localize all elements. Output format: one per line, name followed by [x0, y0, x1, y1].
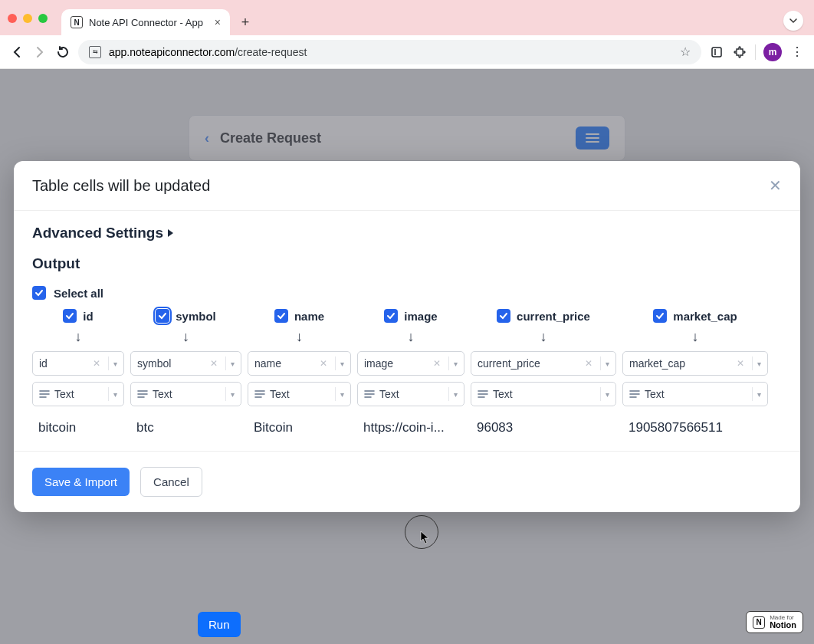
- column-header: market_cap: [653, 309, 737, 323]
- chevron-down-icon: [789, 16, 798, 25]
- field-type-value: Text: [153, 388, 221, 400]
- save-import-button[interactable]: Save & Import: [32, 468, 130, 496]
- reader-icon[interactable]: [709, 44, 724, 60]
- field-type-value: Text: [645, 388, 747, 400]
- chevron-down-icon[interactable]: ▾: [340, 360, 344, 368]
- update-cells-modal: Table cells will be updated ✕ Advanced S…: [14, 161, 800, 512]
- window-close-icon[interactable]: [8, 14, 17, 23]
- field-name-value: name: [254, 357, 317, 370]
- sample-cell: https://coin-i...: [357, 416, 464, 443]
- window-minimize-icon[interactable]: [23, 14, 32, 23]
- field-name-value: id: [39, 357, 90, 370]
- field-name-value: current_price: [478, 357, 582, 370]
- arrow-down-icon: ↓: [692, 329, 699, 345]
- field-type-select[interactable]: Text▾: [130, 382, 241, 406]
- clear-icon[interactable]: ✕: [320, 358, 327, 369]
- field-type-select[interactable]: Text▾: [357, 382, 464, 406]
- tab-title: Note API Connector - App: [89, 17, 208, 28]
- window-zoom-icon[interactable]: [38, 14, 48, 23]
- bookmark-star-icon[interactable]: ☆: [680, 44, 691, 59]
- field-type-select[interactable]: Text▾: [622, 382, 768, 406]
- chevron-down-icon[interactable]: ▾: [757, 390, 761, 399]
- column-checkbox[interactable]: [653, 309, 667, 323]
- modal-body: Advanced Settings Output Select all id↓i…: [14, 211, 800, 451]
- text-type-icon: [478, 389, 488, 399]
- field-name-select[interactable]: symbol✕▾: [130, 351, 241, 376]
- column-checkbox[interactable]: [274, 309, 288, 323]
- column-checkbox[interactable]: [384, 309, 398, 323]
- site-info-icon[interactable]: ⇆: [89, 46, 101, 58]
- browser-tab[interactable]: N Note API Connector - App ×: [61, 9, 230, 35]
- chevron-down-icon[interactable]: ▾: [231, 390, 235, 399]
- column-header: image: [384, 309, 437, 323]
- column-header-label: current_price: [517, 310, 590, 323]
- profile-avatar[interactable]: m: [763, 43, 782, 61]
- reload-button[interactable]: [55, 44, 71, 60]
- field-name-value: market_cap: [629, 357, 734, 370]
- column-checkbox[interactable]: [156, 309, 169, 323]
- column-header-label: name: [294, 310, 324, 323]
- browser-menu-button[interactable]: ⋮: [789, 44, 805, 60]
- chevron-down-icon[interactable]: ▾: [231, 360, 235, 368]
- field-type-value: Text: [270, 388, 330, 400]
- column-header: current_price: [497, 309, 590, 323]
- column-current_price: current_price↓current_price✕▾Text▾: [471, 309, 616, 406]
- clear-icon[interactable]: ✕: [737, 358, 744, 369]
- tabs-overflow-button[interactable]: [783, 11, 803, 31]
- modal-header: Table cells will be updated ✕: [14, 161, 800, 211]
- chevron-down-icon[interactable]: ▾: [454, 360, 458, 368]
- field-name-select[interactable]: image✕▾: [357, 351, 464, 376]
- extensions-icon[interactable]: [732, 44, 747, 60]
- svg-rect-0: [712, 48, 721, 57]
- triangle-right-icon: [168, 229, 173, 237]
- chevron-down-icon[interactable]: ▾: [113, 390, 117, 399]
- chevron-down-icon[interactable]: ▾: [113, 360, 117, 368]
- column-header-label: image: [404, 310, 437, 323]
- chevron-down-icon[interactable]: ▾: [606, 360, 609, 368]
- select-all-row[interactable]: Select all: [32, 286, 782, 300]
- clear-icon[interactable]: ✕: [210, 358, 218, 369]
- text-type-icon: [629, 389, 640, 399]
- run-button[interactable]: Run: [198, 612, 241, 637]
- field-name-select[interactable]: market_cap✕▾: [622, 351, 768, 376]
- column-checkbox[interactable]: [497, 309, 510, 323]
- arrow-down-icon: ↓: [182, 329, 189, 345]
- sample-cell: 1905807566511: [622, 416, 768, 443]
- cancel-button[interactable]: Cancel: [140, 467, 202, 497]
- column-symbol: symbol↓symbol✕▾Text▾: [130, 309, 241, 406]
- address-bar[interactable]: ⇆ app.noteapiconnector.com/create-reques…: [78, 40, 701, 64]
- nav-forward-button[interactable]: [32, 44, 48, 60]
- chevron-down-icon[interactable]: ▾: [454, 390, 458, 399]
- column-header-label: symbol: [176, 310, 216, 323]
- tab-close-icon[interactable]: ×: [215, 16, 221, 28]
- clear-icon[interactable]: ✕: [585, 358, 592, 369]
- column-header-label: id: [83, 310, 93, 323]
- arrow-down-icon: ↓: [408, 329, 415, 345]
- made-for-notion-badge[interactable]: N Made for Notion: [746, 611, 803, 633]
- field-type-select[interactable]: Text▾: [248, 382, 351, 406]
- advanced-settings-toggle[interactable]: Advanced Settings: [32, 225, 782, 242]
- sample-cell: Bitcoin: [248, 416, 351, 443]
- clear-icon[interactable]: ✕: [93, 358, 100, 369]
- nav-back-button[interactable]: [9, 44, 25, 60]
- field-type-value: Text: [493, 388, 596, 400]
- field-name-select[interactable]: id✕▾: [32, 351, 124, 376]
- chevron-down-icon[interactable]: ▾: [340, 390, 344, 399]
- column-header-label: market_cap: [673, 310, 737, 323]
- field-name-select[interactable]: current_price✕▾: [471, 351, 616, 376]
- field-type-select[interactable]: Text▾: [32, 382, 124, 406]
- chevron-down-icon[interactable]: ▾: [606, 390, 609, 399]
- field-type-select[interactable]: Text▾: [471, 382, 616, 406]
- field-name-value: image: [364, 357, 430, 370]
- column-checkbox[interactable]: [63, 309, 77, 323]
- output-heading: Output: [32, 255, 782, 272]
- notion-logo-icon: N: [753, 616, 765, 629]
- modal-close-button[interactable]: ✕: [769, 176, 782, 195]
- select-all-checkbox[interactable]: [32, 286, 46, 300]
- chevron-down-icon[interactable]: ▾: [757, 360, 761, 368]
- clear-icon[interactable]: ✕: [433, 358, 441, 369]
- arrow-down-icon: ↓: [540, 329, 547, 345]
- field-name-select[interactable]: name✕▾: [248, 351, 351, 376]
- new-tab-button[interactable]: +: [235, 12, 256, 33]
- browser-tabstrip: N Note API Connector - App × +: [0, 0, 814, 35]
